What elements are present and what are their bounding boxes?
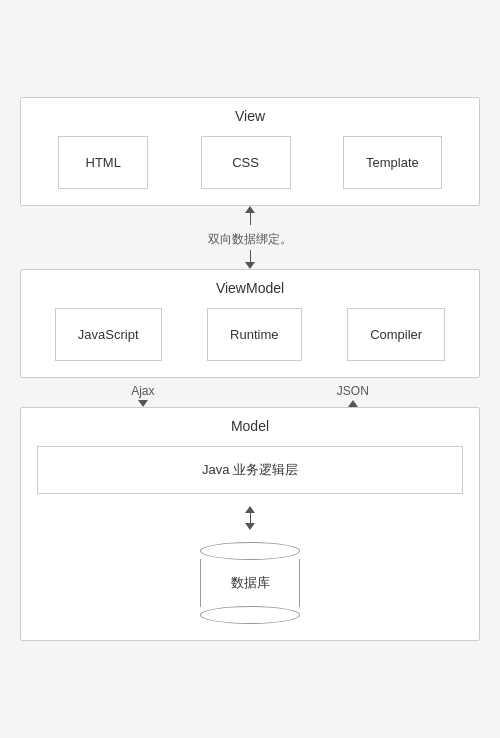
css-box: CSS — [201, 136, 291, 189]
json-label: JSON — [337, 384, 369, 398]
viewmodel-layer: ViewModel JavaScript Runtime Compiler — [20, 269, 480, 378]
html-box: HTML — [58, 136, 148, 189]
model-layer: Model Java 业务逻辑层 数据库 — [20, 407, 480, 641]
view-boxes: HTML CSS Template — [37, 136, 463, 189]
arrow-up-icon — [245, 206, 255, 213]
arrow-line-2 — [250, 250, 251, 262]
model-title: Model — [37, 418, 463, 434]
view-title: View — [37, 108, 463, 124]
java-box: Java 业务逻辑层 — [37, 446, 463, 494]
db-arrow-line — [250, 513, 251, 523]
binding-label: 双向数据绑定。 — [208, 231, 292, 248]
db-arrow — [245, 506, 255, 530]
diagram: View HTML CSS Template 双向数据绑定。 ViewModel… — [20, 77, 480, 661]
db-arrow-up-icon — [245, 506, 255, 513]
ajax-arrow-down-icon — [138, 400, 148, 407]
cylinder-bottom — [200, 606, 300, 624]
db-arrow-down-icon — [245, 523, 255, 530]
compiler-box: Compiler — [347, 308, 445, 361]
cylinder-top — [200, 542, 300, 560]
view-layer: View HTML CSS Template — [20, 97, 480, 206]
binding-arrow: 双向数据绑定。 — [208, 206, 292, 269]
arrow-line — [250, 213, 251, 225]
javascript-box: JavaScript — [55, 308, 162, 361]
db-label: 数据库 — [231, 574, 270, 592]
ajax-json-arrows: Ajax JSON — [20, 378, 480, 407]
ajax-arrow: Ajax — [131, 378, 154, 407]
runtime-box: Runtime — [207, 308, 301, 361]
viewmodel-title: ViewModel — [37, 280, 463, 296]
json-arrow: JSON — [337, 378, 369, 407]
cylinder-body: 数据库 — [200, 559, 300, 607]
template-box: Template — [343, 136, 442, 189]
arrow-down-icon — [245, 262, 255, 269]
ajax-label: Ajax — [131, 384, 154, 398]
database-cylinder: 数据库 — [200, 542, 300, 624]
viewmodel-boxes: JavaScript Runtime Compiler — [37, 308, 463, 361]
model-inner: Java 业务逻辑层 数据库 — [37, 446, 463, 624]
json-arrow-up-icon — [348, 400, 358, 407]
